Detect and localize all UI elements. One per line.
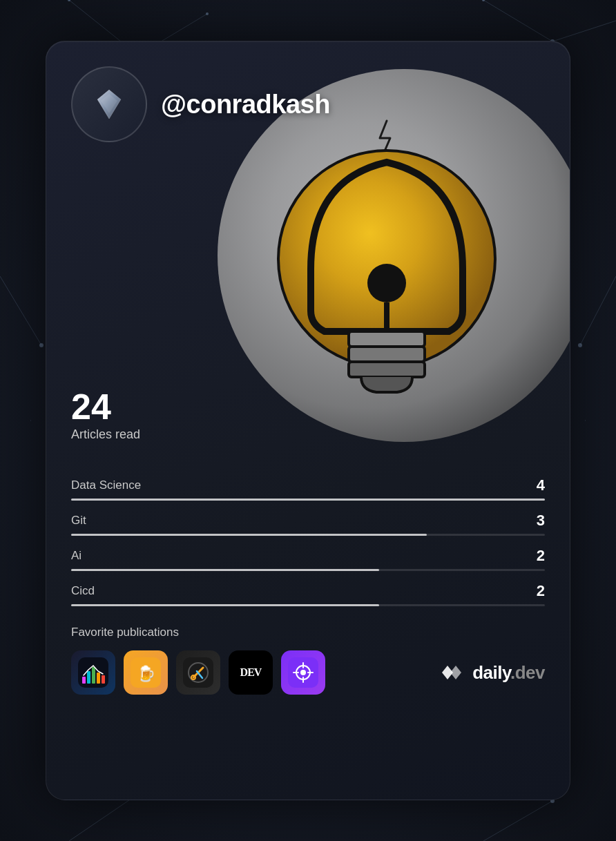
publications-row: 🍺: [71, 650, 545, 695]
daily-dev-logo: daily.dev: [441, 662, 545, 684]
tag-row-cicd: Cicd 2: [71, 582, 545, 606]
publication-icon-2[interactable]: 🍺: [124, 650, 168, 695]
svg-point-43: [300, 670, 306, 675]
tag-name: Git: [71, 514, 86, 528]
daily-label: daily: [472, 662, 510, 683]
svg-point-14: [578, 343, 582, 347]
tag-bar-background: [71, 534, 545, 536]
articles-label: Articles read: [71, 427, 140, 442]
avatar: [71, 66, 147, 142]
svg-rect-32: [97, 673, 100, 684]
svg-rect-30: [87, 671, 90, 684]
page-background: @conradkash 24 Articles read Data Scienc…: [0, 0, 616, 841]
svg-line-5: [580, 276, 616, 345]
svg-point-9: [206, 12, 209, 15]
daily-dev-icon: [441, 663, 467, 682]
username: @conradkash: [161, 90, 330, 119]
card-header: @conradkash: [71, 66, 330, 142]
articles-stats: 24 Articles read: [71, 389, 140, 442]
publication-icon-4[interactable]: DEV: [229, 650, 273, 695]
svg-line-3: [552, 21, 616, 41]
tag-name: Data Science: [71, 478, 141, 492]
svg-line-6: [69, 794, 138, 841]
svg-line-7: [483, 801, 552, 841]
card-bottom-section: Data Science 4 Git 3 Ai 2: [46, 476, 570, 719]
svg-rect-23: [349, 331, 425, 347]
svg-line-4: [0, 276, 41, 345]
tag-bar-fill: [71, 604, 379, 606]
svg-point-21: [367, 264, 406, 302]
tag-count: 3: [537, 512, 545, 530]
tag-name: Cicd: [71, 584, 95, 598]
articles-count: 24: [71, 389, 140, 425]
profile-card: @conradkash 24 Articles read Data Scienc…: [46, 41, 570, 800]
tag-name: Ai: [71, 549, 81, 563]
svg-text:🍺: 🍺: [137, 664, 156, 683]
svg-rect-29: [82, 677, 86, 684]
tag-count: 2: [537, 582, 545, 600]
tag-bar-background: [71, 499, 545, 501]
svg-line-2: [483, 0, 552, 41]
tag-row-git: Git 3: [71, 512, 545, 536]
tag-row-data science: Data Science 4: [71, 476, 545, 501]
tag-bar-background: [71, 604, 545, 606]
tag-count: 4: [537, 476, 545, 494]
svg-rect-31: [92, 667, 95, 684]
tag-bar-background: [71, 569, 545, 571]
tag-count: 2: [537, 547, 545, 565]
fav-pubs-label: Favorite publications: [71, 626, 545, 639]
publication-icon-1[interactable]: [71, 650, 115, 695]
svg-point-10: [68, 0, 70, 1]
tag-row-ai: Ai 2: [71, 547, 545, 571]
daily-suffix: .dev: [510, 662, 545, 683]
tag-rows: Data Science 4 Git 3 Ai 2: [71, 476, 545, 606]
publication-icon-3[interactable]: [176, 650, 220, 695]
tag-bar-fill: [71, 499, 545, 501]
publication-icon-5[interactable]: [281, 650, 325, 695]
card-top-section: @conradkash 24 Articles read: [46, 41, 570, 470]
dev-to-text: DEV: [240, 666, 262, 679]
svg-rect-25: [349, 362, 425, 377]
tag-bar-fill: [71, 569, 379, 571]
avatar-diamond-icon: [92, 87, 126, 122]
daily-dev-text: daily.dev: [472, 662, 545, 684]
svg-rect-24: [349, 347, 425, 362]
svg-rect-33: [102, 675, 105, 684]
svg-point-13: [39, 343, 44, 347]
svg-point-12: [482, 0, 485, 1]
tag-bar-fill: [71, 534, 427, 536]
